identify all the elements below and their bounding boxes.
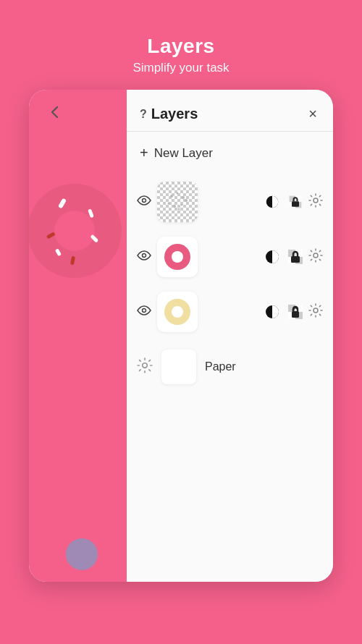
back-icon bbox=[47, 104, 63, 124]
dots-content bbox=[163, 187, 192, 216]
svg-rect-22 bbox=[292, 201, 299, 207]
layer-item bbox=[127, 174, 333, 229]
svg-rect-31 bbox=[291, 256, 300, 263]
svg-rect-28 bbox=[295, 250, 303, 257]
svg-rect-19 bbox=[295, 196, 301, 202]
blend-mode-button[interactable] bbox=[262, 192, 282, 212]
paper-thumbnail[interactable] bbox=[161, 349, 196, 384]
blend-mode-button[interactable] bbox=[262, 247, 282, 267]
svg-rect-18 bbox=[290, 196, 295, 202]
svg-point-16 bbox=[178, 208, 180, 211]
donut-pink-thumb bbox=[160, 240, 195, 274]
sidebar-nav bbox=[29, 90, 134, 582]
app-header: Layers Simplify your task bbox=[132, 0, 229, 75]
help-icon[interactable]: ? bbox=[140, 108, 147, 121]
paper-settings-button[interactable] bbox=[137, 357, 153, 377]
blend-mode-button[interactable] bbox=[262, 302, 282, 322]
opacity-button[interactable] bbox=[285, 247, 306, 267]
panel-title-group: ? Layers bbox=[140, 106, 198, 122]
layer-visibility-toggle[interactable] bbox=[137, 250, 151, 263]
layer-item bbox=[127, 229, 333, 284]
panel-header: ? Layers × bbox=[127, 90, 333, 131]
layer-item bbox=[127, 284, 333, 339]
layer-settings-button[interactable] bbox=[308, 193, 323, 211]
svg-point-12 bbox=[168, 203, 170, 205]
svg-point-15 bbox=[185, 199, 188, 202]
plus-icon: + bbox=[140, 145, 148, 161]
svg-point-13 bbox=[173, 205, 176, 208]
phone-container: ? Layers × + New Layer bbox=[29, 90, 333, 582]
svg-point-11 bbox=[182, 196, 185, 199]
layer-visibility-toggle[interactable] bbox=[137, 195, 151, 208]
svg-point-14 bbox=[181, 204, 183, 206]
svg-rect-27 bbox=[288, 250, 295, 257]
new-layer-button[interactable]: + New Layer bbox=[127, 135, 333, 171]
avatar[interactable] bbox=[66, 538, 98, 570]
layer-controls bbox=[262, 192, 323, 212]
layers-panel: ? Layers × + New Layer bbox=[127, 90, 333, 582]
layer-settings-button[interactable] bbox=[308, 303, 323, 321]
opacity-button[interactable] bbox=[285, 192, 306, 212]
svg-point-34 bbox=[172, 306, 183, 318]
layer-controls bbox=[262, 302, 323, 322]
panel-title: Layers bbox=[151, 106, 198, 122]
layer-visibility-toggle[interactable] bbox=[137, 305, 151, 318]
donut-cream-thumb bbox=[160, 295, 195, 329]
svg-point-10 bbox=[177, 192, 179, 195]
svg-rect-40 bbox=[292, 311, 299, 318]
svg-point-25 bbox=[172, 251, 183, 263]
app-title: Layers bbox=[132, 35, 229, 58]
svg-point-32 bbox=[143, 309, 146, 313]
layer-thumbnail[interactable] bbox=[157, 292, 198, 332]
svg-point-23 bbox=[143, 254, 146, 258]
layer-settings-button[interactable] bbox=[308, 248, 323, 266]
paper-layer: Paper bbox=[127, 342, 333, 391]
back-button[interactable] bbox=[42, 101, 68, 127]
close-button[interactable]: × bbox=[306, 103, 320, 125]
divider bbox=[127, 131, 333, 132]
opacity-button[interactable] bbox=[285, 302, 306, 322]
layer-thumbnail[interactable] bbox=[157, 237, 198, 277]
layer-thumbnail[interactable] bbox=[157, 182, 198, 222]
paper-label: Paper bbox=[205, 360, 236, 373]
new-layer-label: New Layer bbox=[154, 146, 213, 161]
svg-point-9 bbox=[170, 195, 173, 198]
layers-list: Paper bbox=[127, 171, 333, 582]
svg-point-8 bbox=[143, 199, 146, 203]
layer-controls bbox=[262, 247, 323, 267]
app-subtitle: Simplify your task bbox=[132, 61, 229, 75]
